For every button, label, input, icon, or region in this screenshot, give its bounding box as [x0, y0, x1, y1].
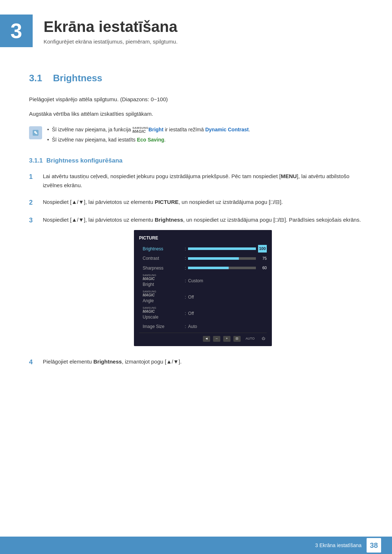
- osd-row-brightness: Brightness : 100: [134, 244, 272, 254]
- note-item-1: Šī izvēlne nav pieejama, ja funkcija SAM…: [47, 126, 250, 134]
- step-item-2: 2 Nospiediet [▲/▼], lai pārvietotos uz e…: [29, 197, 363, 208]
- svg-text:✎: ✎: [34, 130, 38, 136]
- note1-text: Šī izvēlne nav pieejama, ja funkcija SAM…: [52, 126, 250, 134]
- osd-btn-left[interactable]: ◄: [203, 336, 210, 342]
- section-heading: 3.1 Brightness: [29, 73, 363, 84]
- note-box: ✎ Šī izvēlne nav pieejama, ja funkcija S…: [29, 126, 363, 144]
- step-text-4: Pielāgojiet elementu Brightness, izmanto…: [43, 357, 363, 366]
- body-para-1: Pielāgojiet vispārējo attēla spilgtumu. …: [29, 95, 363, 104]
- osd-row-magic-upscale: SAMSUNG MAGIC Upscale : Off: [134, 305, 272, 322]
- section-number: 3.1: [29, 73, 47, 84]
- note-item-2: Šī izvēlne nav pieejama, kad iestatīts E…: [47, 136, 250, 144]
- subsection-title: Brightness konfigurēšana: [46, 157, 123, 164]
- chapter-title-block: Ekrāna iestatīšana Konfigurējiet ekrāna …: [44, 15, 177, 45]
- osd-label-contrast: Contrast: [143, 255, 183, 262]
- osd-row-sharpness: Sharpness : 60: [134, 263, 272, 273]
- osd-bar-sharpness: 60: [188, 264, 267, 271]
- osd-bar-brightness: 100: [188, 245, 267, 253]
- osd-row-magic-angle: SAMSUNG MAGIC Angle : Off: [134, 289, 272, 305]
- page-footer: 3 Ekrāna iestatīšana 38: [0, 537, 392, 554]
- osd-btn-minus[interactable]: –: [213, 336, 220, 342]
- footer-page-number: 38: [367, 538, 381, 553]
- osd-label-image-size: Image Size: [143, 323, 183, 330]
- brightness-element: Brightness: [155, 217, 183, 223]
- osd-row-contrast: Contrast : 75: [134, 254, 272, 263]
- step-number-4: 4: [29, 357, 38, 368]
- osd-value-image-size: Auto: [188, 323, 197, 330]
- step-text-2: Nospiediet [▲/▼], lai pārvietotos uz ele…: [43, 197, 363, 207]
- chapter-title: Ekrāna iestatīšana: [44, 18, 177, 36]
- body-para-2: Augstāka vērtība liks attēlam izskatītie…: [29, 109, 363, 119]
- osd-title: PICTURE: [134, 234, 272, 244]
- osd-btn-power[interactable]: ⏻: [260, 336, 267, 342]
- chapter-number: 3: [11, 20, 22, 41]
- osd-row-magic-bright: SAMSUNG MAGIC Bright : Custom: [134, 273, 272, 289]
- osd-btn-plus[interactable]: +: [223, 336, 230, 342]
- osd-row-image-size: Image Size : Auto: [134, 322, 272, 331]
- osd-value-magic-bright: Custom: [188, 277, 203, 284]
- osd-btn-auto[interactable]: AUTO: [244, 336, 257, 342]
- osd-label-magic-angle: SAMSUNG MAGIC Angle: [143, 290, 183, 304]
- osd-value-brightness: 100: [258, 245, 267, 253]
- step-number-2: 2: [29, 197, 38, 208]
- steps-list: 1 Lai atvērtu taustiņu ceļvedi, nospiedi…: [29, 172, 363, 368]
- step-number-1: 1: [29, 172, 38, 182]
- chapter-subtitle: Konfigurējiet ekrāna iestatījumus, piemē…: [44, 38, 177, 45]
- brightness-element-2: Brightness: [93, 358, 122, 365]
- osd-bottom-bar: ◄ – + ⊟ AUTO ⏻: [134, 334, 272, 342]
- osd-value-magic-angle: Off: [188, 294, 194, 301]
- note-icon: ✎: [29, 126, 42, 139]
- osd-label-magic-bright: SAMSUNG MAGIC Bright: [143, 274, 183, 288]
- subsection-number: 3.1.1: [29, 157, 43, 164]
- section-title: Brightness: [53, 73, 102, 84]
- footer-chapter-text: 3 Ekrāna iestatīšana: [315, 542, 362, 548]
- osd-label-brightness: Brightness: [143, 245, 183, 253]
- page-wrapper: 3 Ekrāna iestatīšana Konfigurējiet ekrān…: [0, 0, 392, 554]
- step-text-1: Lai atvērtu taustiņu ceļvedi, nospiediet…: [43, 172, 363, 190]
- menu-key: MENU: [281, 173, 297, 179]
- step-item-4: 4 Pielāgojiet elementu Brightness, izman…: [29, 357, 363, 368]
- note-content: Šī izvēlne nav pieejama, ja funkcija SAM…: [47, 126, 250, 144]
- chapter-number-block: 3: [0, 15, 33, 47]
- step-item-3: 3 Nospiediet [▲/▼], lai pārvietotos uz e…: [29, 215, 363, 350]
- osd-label-sharpness: Sharpness: [143, 264, 183, 272]
- note2-text: Šī izvēlne nav pieejama, kad iestatīts E…: [52, 136, 166, 144]
- chapter-header: 3 Ekrāna iestatīšana Konfigurējiet ekrān…: [0, 0, 392, 58]
- osd-value-sharpness: 60: [258, 264, 267, 271]
- osd-value-magic-upscale: Off: [188, 310, 194, 317]
- step-text-3: Nospiediet [▲/▼], lai pārvietotos uz ele…: [43, 215, 363, 350]
- picture-element: PICTURE: [155, 199, 179, 205]
- content-area: 3.1 Brightness Pielāgojiet vispārējo att…: [0, 58, 392, 403]
- step-item-1: 1 Lai atvērtu taustiņu ceļvedi, nospiedi…: [29, 172, 363, 190]
- osd-btn-enter[interactable]: ⊟: [233, 336, 241, 342]
- osd-value-contrast: 75: [258, 255, 267, 262]
- step-number-3: 3: [29, 215, 38, 226]
- pencil-icon: ✎: [32, 129, 40, 137]
- osd-screenshot: PICTURE Brightness : 100 Con: [134, 230, 272, 346]
- subsection-heading: 3.1.1 Brightness konfigurēšana: [29, 157, 363, 164]
- osd-bar-contrast: 75: [188, 255, 267, 262]
- osd-label-magic-upscale: SAMSUNG MAGIC Upscale: [143, 307, 183, 321]
- osd-divider: [139, 333, 267, 333]
- samsung-magic-bright-label: SAMSUNGMAGIC: [132, 127, 148, 134]
